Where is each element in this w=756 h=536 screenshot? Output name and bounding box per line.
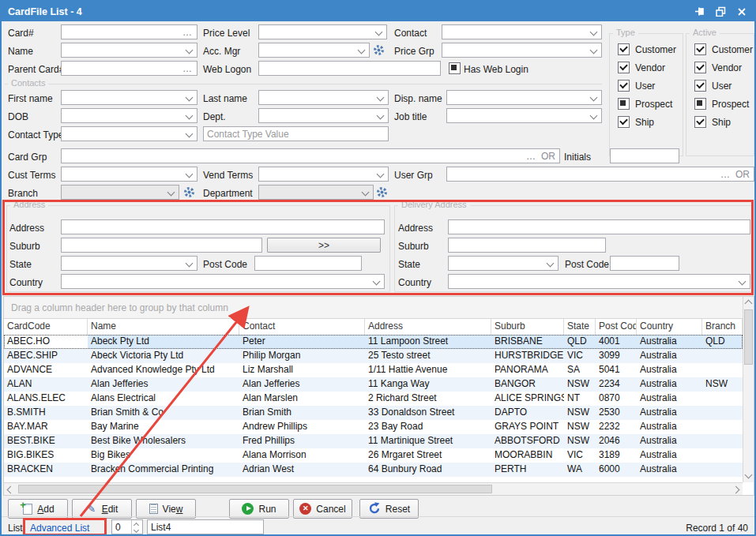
- type-customer-option[interactable]: Customer: [618, 40, 679, 58]
- card-grp-input[interactable]: [62, 149, 559, 163]
- table-cell[interactable]: MOORABBIN: [491, 448, 564, 463]
- active-prospect-option[interactable]: Prospect: [694, 95, 750, 113]
- table-cell[interactable]: NSW: [564, 420, 596, 434]
- horizontal-scroll-thumb[interactable]: [18, 485, 492, 493]
- delivery-suburb-field[interactable]: [448, 238, 606, 253]
- table-cell[interactable]: Big Bikes: [88, 448, 239, 463]
- vertical-scroll-thumb[interactable]: [744, 309, 753, 365]
- table-cell[interactable]: Australia: [637, 349, 702, 363]
- column-header-name[interactable]: Name: [88, 319, 239, 335]
- acc-mgr-settings-gear-icon[interactable]: [373, 44, 385, 56]
- table-cell[interactable]: [702, 349, 743, 363]
- table-row[interactable]: BAY.MARBay MarineAndrew Phillips23 Bay R…: [4, 420, 743, 434]
- card-grp-field[interactable]: …OR: [61, 148, 560, 163]
- user-grp-field[interactable]: …OR: [446, 167, 754, 182]
- price-grp-dropdown[interactable]: [442, 43, 602, 58]
- has-web-login-checkbox[interactable]: [449, 62, 461, 74]
- ship-checkbox[interactable]: [618, 116, 630, 128]
- table-cell[interactable]: 64 Bunbury Road: [365, 463, 491, 477]
- dob-dropdown[interactable]: [61, 108, 197, 123]
- contact-type-value-field[interactable]: [203, 126, 389, 141]
- ship-checkbox[interactable]: [694, 116, 706, 128]
- table-cell[interactable]: Australia: [637, 363, 702, 377]
- card-number-field[interactable]: …: [61, 24, 197, 39]
- ellipsis-lookup-icon[interactable]: …: [720, 169, 731, 180]
- table-cell[interactable]: 4001: [596, 335, 637, 349]
- vend-terms-dropdown[interactable]: [258, 167, 389, 182]
- delivery-address-input[interactable]: [449, 220, 750, 234]
- table-row[interactable]: ABEC.SHIPAbeck Victoria Pty LtdPhilip Mo…: [4, 349, 743, 363]
- contact-type-value-input[interactable]: [204, 127, 388, 141]
- table-cell[interactable]: 11 Kanga Way: [365, 377, 491, 392]
- first-name-dropdown[interactable]: [61, 90, 197, 105]
- table-cell[interactable]: Peter: [239, 335, 365, 349]
- copy-address-button[interactable]: >>: [267, 238, 381, 253]
- group-by-panel[interactable]: Drag a column header here to group by th…: [4, 297, 743, 319]
- table-cell[interactable]: Australia: [637, 406, 702, 420]
- initials-input[interactable]: [611, 149, 679, 163]
- table-cell[interactable]: Brian Smith & Co: [88, 406, 239, 420]
- table-cell[interactable]: Australia: [637, 392, 702, 406]
- column-header-cardcode[interactable]: CardCode: [4, 319, 88, 335]
- table-cell[interactable]: PANORAMA: [491, 363, 564, 377]
- table-cell[interactable]: BAY.MAR: [4, 420, 88, 434]
- table-cell[interactable]: Abeck Pty Ltd: [88, 335, 239, 349]
- horizontal-scrollbar[interactable]: [4, 482, 743, 495]
- table-cell[interactable]: ALAN: [4, 377, 88, 392]
- table-row[interactable]: ALANS.ELECAlans ElectricalAlan Marslen2 …: [4, 392, 743, 406]
- table-cell[interactable]: VIC: [564, 448, 596, 463]
- table-cell[interactable]: Fred Phillips: [239, 434, 365, 448]
- table-cell[interactable]: Australia: [637, 420, 702, 434]
- prospect-checkbox[interactable]: [694, 98, 706, 110]
- table-cell[interactable]: Brian Smith: [239, 406, 365, 420]
- table-row[interactable]: BEST.BIKEBest Bike WholesalersFred Phill…: [4, 434, 743, 448]
- country-dropdown[interactable]: [61, 274, 385, 289]
- table-cell[interactable]: [702, 406, 743, 420]
- ellipsis-lookup-icon[interactable]: …: [526, 151, 536, 162]
- table-row[interactable]: ADVANCEAdvanced Knowledge Pty LtdLiz Mar…: [4, 363, 743, 377]
- table-row[interactable]: B.SMITHBrian Smith & CoBrian Smith33 Don…: [4, 406, 743, 420]
- table-cell[interactable]: NSW: [564, 434, 596, 448]
- table-cell[interactable]: NSW: [564, 377, 596, 392]
- type-vendor-option[interactable]: Vendor: [618, 58, 679, 77]
- customer-checkbox[interactable]: [618, 43, 630, 55]
- delivery-suburb-input[interactable]: [449, 238, 605, 252]
- table-cell[interactable]: 11 Martinique Street: [365, 434, 491, 448]
- table-cell[interactable]: Alans Electrical: [88, 392, 239, 406]
- suburb-input[interactable]: [62, 238, 261, 252]
- table-cell[interactable]: ADVANCE: [4, 363, 88, 377]
- table-cell[interactable]: ABBOTSFORD: [491, 434, 564, 448]
- table-cell[interactable]: 25 Testo street: [365, 349, 491, 363]
- acc-mgr-dropdown[interactable]: [258, 43, 370, 58]
- table-cell[interactable]: DAPTO: [491, 406, 564, 420]
- column-header-address[interactable]: Address: [365, 319, 491, 335]
- pin-icon[interactable]: [694, 6, 705, 17]
- address-input[interactable]: [62, 220, 384, 234]
- advanced-list-link[interactable]: Advanced List: [30, 523, 89, 534]
- price-level-dropdown[interactable]: [258, 24, 387, 39]
- address-field[interactable]: [61, 219, 385, 234]
- table-cell[interactable]: Bracken Commercial Printing: [88, 463, 239, 477]
- table-cell[interactable]: Australia: [637, 434, 702, 448]
- table-cell[interactable]: [702, 363, 743, 377]
- close-icon[interactable]: [737, 7, 747, 17]
- vendor-checkbox[interactable]: [618, 62, 630, 73]
- user-checkbox[interactable]: [694, 80, 706, 92]
- table-cell[interactable]: Andrew Phillips: [239, 420, 365, 434]
- table-cell[interactable]: ALANS.ELEC: [4, 392, 88, 406]
- table-cell[interactable]: Alan Jefferies: [88, 377, 239, 392]
- scroll-right-icon[interactable]: [732, 486, 740, 494]
- table-cell[interactable]: Australia: [637, 463, 702, 477]
- web-logon-input[interactable]: [259, 62, 440, 75]
- table-cell[interactable]: SA: [564, 363, 596, 377]
- last-name-dropdown[interactable]: [258, 90, 389, 105]
- column-header-state[interactable]: State: [564, 319, 596, 335]
- table-cell[interactable]: [702, 463, 743, 477]
- table-cell[interactable]: Advanced Knowledge Pty Ltd: [88, 363, 239, 377]
- parent-card-input[interactable]: [62, 62, 197, 75]
- table-cell[interactable]: 33 Donaldson Street: [365, 406, 491, 420]
- column-header-contact[interactable]: Contact: [239, 319, 365, 335]
- table-row[interactable]: ABEC.HOAbeck Pty LtdPeter11 Lampoon Stre…: [4, 335, 743, 349]
- table-cell[interactable]: BRACKEN: [4, 463, 88, 477]
- table-cell[interactable]: VIC: [564, 349, 596, 363]
